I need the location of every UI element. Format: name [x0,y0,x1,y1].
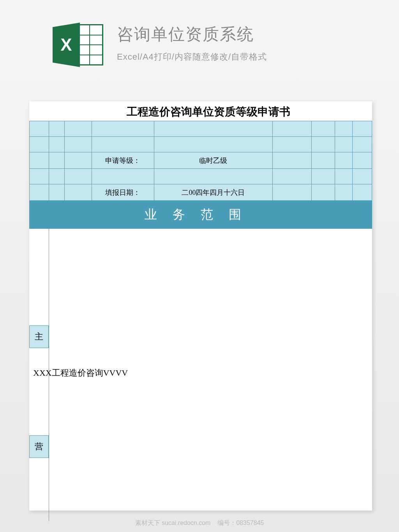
header-subtitle: Excel/A4打印/内容随意修改/自带格式 [117,51,267,63]
watermark-id-label: 编号： [217,520,236,526]
content-area: 主 营 XXX工程造价咨询VVVV [29,229,372,521]
header-title: 咨询单位资质系统 [117,23,267,45]
level-value: 临时乙级 [154,152,273,169]
side-label-1: 主 [29,325,49,348]
header-text-block: 咨询单位资质系统 Excel/A4打印/内容随意修改/自带格式 [117,19,267,63]
watermark-site: 素材天下 sucai.redocn.com [135,520,211,526]
table-row-level: 申请等级： 临时乙级 [30,152,372,169]
date-label: 填报日期： [92,184,154,201]
document-title: 工程造价咨询单位资质等级申请书 [29,101,372,121]
table-row [30,121,372,137]
watermark-id-value: 08357845 [236,520,264,526]
content-text: XXX工程造价咨询VVVV [33,367,128,379]
excel-icon-letter: X [60,35,72,55]
date-value: 二00四年四月十六日 [154,184,273,201]
document-preview: 工程造价咨询单位资质等级申请书 申请等级： 临时乙级 填报日期： 二00四年四月… [29,101,372,511]
table-row [30,137,372,152]
level-label: 申请等级： [92,152,154,169]
section-banner: 业务范围 [29,201,372,229]
excel-icon-badge: X [53,23,80,67]
form-table: 申请等级： 临时乙级 填报日期： 二00四年四月十六日 [29,121,372,201]
watermark: 素材天下 sucai.redocn.com 编号：08357845 [0,519,399,527]
excel-icon-spreadsheet [76,24,103,65]
table-row-date: 填报日期： 二00四年四月十六日 [30,184,372,201]
side-label-2: 营 [29,435,49,458]
table-row [30,169,372,184]
page-header: X 咨询单位资质系统 Excel/A4打印/内容随意修改/自带格式 [0,0,399,70]
excel-icon: X [53,19,103,70]
